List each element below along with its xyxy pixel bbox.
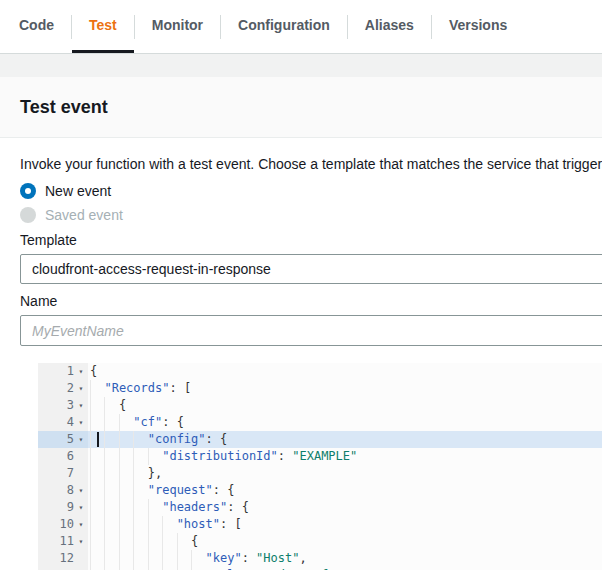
- line-number: 2: [67, 380, 74, 397]
- gutter-cell: 10▾: [38, 516, 88, 533]
- gutter-cell: 4▾: [38, 414, 88, 431]
- code-text: {: [88, 533, 602, 550]
- token-plain: {: [90, 364, 97, 378]
- fold-arrow-icon[interactable]: ▾: [74, 397, 88, 414]
- token-key: "headers": [162, 500, 227, 514]
- code-line-2[interactable]: 2▾"Records": [: [38, 380, 602, 397]
- code-line-9[interactable]: 9▾"headers": {: [38, 499, 602, 516]
- tab-bar: CodeTestMonitorConfigurationAliasesVersi…: [0, 0, 602, 54]
- indent-guide: [90, 448, 104, 465]
- code-text: "Records": [: [88, 380, 602, 397]
- code-text: "cf": {: [88, 414, 602, 431]
- indent-guide: [119, 448, 133, 465]
- line-number: 5: [67, 431, 74, 448]
- code-line-8[interactable]: 8▾"request": {: [38, 482, 602, 499]
- indent-guide: [90, 380, 104, 397]
- gutter-cell: 5▾: [38, 431, 88, 448]
- gutter-cell: 1▾: [38, 363, 88, 380]
- indent-guide: [148, 499, 162, 516]
- indent-guide: [104, 397, 118, 414]
- token-plain: : [: [169, 381, 191, 395]
- indent-guide: [104, 550, 118, 567]
- indent-guide: [162, 516, 176, 533]
- fold-arrow-icon[interactable]: ▾: [74, 414, 88, 431]
- indent-guide: [104, 499, 118, 516]
- tab-versions[interactable]: Versions: [432, 0, 524, 53]
- tab-configuration[interactable]: Configuration: [221, 0, 347, 53]
- text-cursor: [97, 432, 99, 447]
- code-line-11[interactable]: 11▾{: [38, 533, 602, 550]
- indent-guide: [133, 550, 147, 567]
- tab-code[interactable]: Code: [2, 0, 71, 53]
- code-line-6[interactable]: 6"distributionId": "EXAMPLE": [38, 448, 602, 465]
- test-event-form: Invoke your function with a test event. …: [0, 138, 602, 570]
- tab-monitor[interactable]: Monitor: [135, 0, 220, 53]
- template-select[interactable]: cloudfront-access-request-in-response: [20, 254, 602, 284]
- indent-guide: [104, 516, 118, 533]
- indent-guide: [90, 550, 104, 567]
- indent-guide: [119, 465, 133, 482]
- code-line-10[interactable]: 10▾"host": [: [38, 516, 602, 533]
- indent-guide: [104, 448, 118, 465]
- token-plain: : [: [220, 517, 242, 531]
- indent-guide: [90, 414, 104, 431]
- tab-aliases[interactable]: Aliases: [348, 0, 431, 53]
- template-selected-value: cloudfront-access-request-in-response: [32, 261, 271, 277]
- code-line-5[interactable]: 5▾"config": {: [38, 431, 602, 448]
- fold-arrow-icon[interactable]: ▾: [74, 499, 88, 516]
- indent-guide: [148, 550, 162, 567]
- indent-guide: [119, 550, 133, 567]
- indent-guide: [162, 533, 176, 550]
- gutter-cell: 9▾: [38, 499, 88, 516]
- token-plain: :: [242, 551, 256, 565]
- page-title: Test event: [20, 97, 108, 118]
- token-key: "request": [148, 483, 213, 497]
- token-string: "EXAMPLE": [292, 449, 357, 463]
- line-number: 11: [60, 533, 74, 550]
- code-line-3[interactable]: 3▾{: [38, 397, 602, 414]
- indent-guide: [119, 516, 133, 533]
- indent-guide: [104, 533, 118, 550]
- code-text: "distributionId": "EXAMPLE": [88, 448, 602, 465]
- indent-guide: [119, 482, 133, 499]
- fold-arrow-icon[interactable]: ▾: [74, 380, 88, 397]
- fold-arrow-icon[interactable]: ▾: [74, 533, 88, 550]
- radio-new-event[interactable]: New event: [20, 183, 602, 199]
- code-text: "request": {: [88, 482, 602, 499]
- json-editor[interactable]: 1▾{2▾"Records": [3▾{4▾"cf": {5▾"config":…: [38, 363, 602, 570]
- indent-guide: [133, 516, 147, 533]
- token-key: "config": [148, 432, 206, 446]
- line-number: 3: [67, 397, 74, 414]
- token-plain: : {: [206, 432, 228, 446]
- fold-arrow-icon[interactable]: ▾: [74, 516, 88, 533]
- indent-guide: [177, 533, 191, 550]
- tab-test[interactable]: Test: [72, 0, 134, 53]
- radio-selected-icon[interactable]: [20, 183, 36, 199]
- indent-guide: [104, 431, 118, 448]
- fold-arrow-icon[interactable]: ▾: [74, 482, 88, 499]
- fold-arrow-icon[interactable]: ▾: [74, 363, 88, 380]
- token-plain: : {: [213, 483, 235, 497]
- gutter-cell: 11▾: [38, 533, 88, 550]
- fold-arrow-icon[interactable]: ▾: [74, 431, 88, 448]
- radio-saved-event[interactable]: Saved event: [20, 207, 602, 223]
- indent-guide: [119, 414, 133, 431]
- template-label: Template: [20, 232, 602, 248]
- indent-guide: [133, 499, 147, 516]
- indent-guide: [133, 431, 147, 448]
- code-line-7[interactable]: 7},: [38, 465, 602, 482]
- code-line-12[interactable]: 12"key": "Host",: [38, 550, 602, 567]
- token-key: "distributionId": [162, 449, 278, 463]
- indent-guide: [90, 499, 104, 516]
- code-text: "host": [: [88, 516, 602, 533]
- token-key: "cf": [133, 415, 162, 429]
- indent-guide: [162, 550, 176, 567]
- gutter-cell: 6: [38, 448, 88, 465]
- code-line-1[interactable]: 1▾{: [38, 363, 602, 380]
- code-lines: 1▾{2▾"Records": [3▾{4▾"cf": {5▾"config":…: [38, 363, 602, 570]
- radio-new-event-label: New event: [45, 183, 111, 199]
- code-text: {: [88, 363, 602, 380]
- indent-guide: [148, 533, 162, 550]
- event-name-input[interactable]: [20, 315, 602, 346]
- code-line-4[interactable]: 4▾"cf": {: [38, 414, 602, 431]
